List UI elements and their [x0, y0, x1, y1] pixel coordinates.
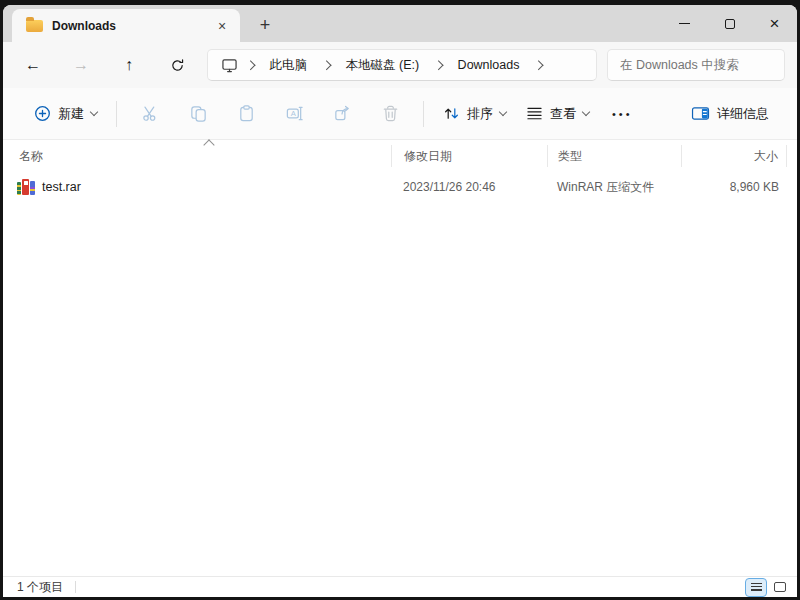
back-button[interactable]: ← [15, 49, 51, 81]
winrar-file-icon [17, 179, 35, 195]
file-type: WinRAR 压缩文件 [547, 179, 681, 196]
chevron-right-icon [322, 60, 331, 69]
column-headers: 名称 修改日期 类型 大小 [3, 140, 797, 172]
copy-icon [189, 104, 208, 123]
svg-text:A: A [290, 109, 296, 118]
column-header-type[interactable]: 类型 [547, 145, 681, 167]
toolbar-separator [423, 101, 424, 127]
window-controls: × [662, 5, 797, 42]
minimize-icon [679, 23, 690, 24]
details-view-icon [751, 583, 762, 592]
navigation-bar: ← → ↑ 此电脑 本地磁盘 (E:) Downloads [3, 42, 797, 88]
chevron-right-icon [434, 60, 443, 69]
file-name-cell: test.rar [3, 179, 391, 195]
chevron-right-icon [246, 60, 255, 69]
more-options-button[interactable]: ••• [599, 101, 643, 127]
breadcrumb-this-pc[interactable]: 此电脑 [263, 53, 315, 78]
cut-icon [141, 104, 160, 123]
sort-icon [443, 105, 460, 122]
file-date-modified: 2023/11/26 20:46 [391, 180, 547, 194]
tab-downloads[interactable]: Downloads × [12, 9, 240, 42]
file-explorer-window: Downloads × + × ← → ↑ 此电脑 本地 [3, 5, 797, 597]
tab-close-icon[interactable]: × [212, 16, 232, 36]
view-button[interactable]: 查看 [516, 98, 599, 130]
details-pane-icon [691, 106, 710, 121]
this-pc-icon [221, 58, 238, 73]
chevron-down-icon [90, 108, 98, 116]
rename-icon: A [285, 104, 304, 123]
up-button[interactable]: ↑ [111, 49, 147, 81]
address-bar[interactable]: 此电脑 本地磁盘 (E:) Downloads [207, 49, 597, 81]
maximize-button[interactable] [707, 5, 752, 42]
maximize-icon [725, 19, 735, 29]
status-bar: 1 个项目 [3, 576, 797, 597]
breadcrumb-downloads[interactable]: Downloads [451, 54, 527, 76]
chevron-right-icon [534, 60, 543, 69]
column-header-name[interactable]: 名称 [3, 145, 391, 167]
view-label: 查看 [550, 105, 576, 123]
new-button[interactable]: 新建 [24, 98, 107, 130]
table-row[interactable]: test.rar 2023/11/26 20:46 WinRAR 压缩文件 8,… [3, 172, 797, 202]
more-icon: ••• [609, 108, 633, 120]
view-icon [526, 106, 543, 121]
refresh-icon [170, 58, 185, 73]
share-button[interactable] [324, 96, 360, 132]
status-separator [75, 581, 76, 593]
sort-label: 排序 [467, 105, 493, 123]
copy-button[interactable] [180, 96, 216, 132]
minimize-button[interactable] [662, 5, 707, 42]
tab-label: Downloads [52, 19, 203, 33]
titlebar: Downloads × + × [3, 5, 797, 42]
view-toggles [745, 578, 791, 597]
large-icons-view-icon [774, 582, 786, 592]
breadcrumb-drive-e[interactable]: 本地磁盘 (E:) [339, 53, 427, 78]
cut-button[interactable] [132, 96, 168, 132]
details-view-toggle[interactable] [745, 578, 767, 597]
rename-button[interactable]: A [276, 96, 312, 132]
file-name: test.rar [42, 180, 81, 194]
details-pane-button[interactable]: 详细信息 [681, 98, 779, 130]
search-input[interactable] [607, 49, 785, 81]
sort-button[interactable]: 排序 [433, 98, 516, 130]
chevron-down-icon [499, 108, 507, 116]
large-icons-view-toggle[interactable] [769, 578, 791, 597]
trash-icon [381, 104, 400, 123]
close-button[interactable]: × [752, 5, 797, 42]
chevron-down-icon [582, 108, 590, 116]
file-size: 8,960 KB [681, 180, 787, 194]
file-list: 名称 修改日期 类型 大小 test.rar 2023/11/26 20:46 … [3, 140, 797, 576]
column-header-date-modified[interactable]: 修改日期 [391, 145, 547, 167]
paste-icon [237, 104, 256, 123]
plus-circle-icon [34, 105, 51, 122]
new-tab-button[interactable]: + [252, 12, 278, 38]
delete-button[interactable] [372, 96, 408, 132]
folder-icon [26, 20, 43, 32]
refresh-button[interactable] [159, 49, 195, 81]
share-icon [333, 104, 352, 123]
toolbar-separator [116, 101, 117, 127]
details-pane-label: 详细信息 [717, 105, 769, 123]
new-label: 新建 [58, 105, 84, 123]
forward-button[interactable]: → [63, 49, 99, 81]
item-count: 1 个项目 [17, 579, 63, 596]
paste-button[interactable] [228, 96, 264, 132]
column-header-size[interactable]: 大小 [681, 145, 787, 167]
command-toolbar: 新建 A [3, 88, 797, 140]
